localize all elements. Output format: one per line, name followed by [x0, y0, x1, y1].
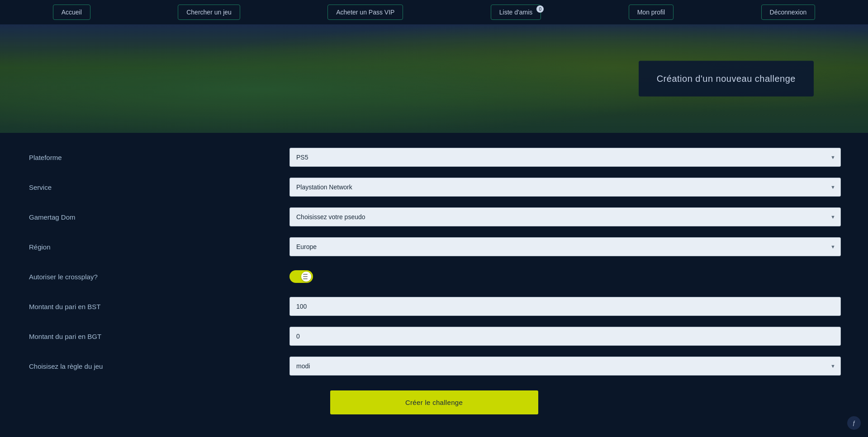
crossplay-toggle-wrapper [289, 270, 841, 283]
pari-bgt-row: Montant du pari en BGT [27, 325, 841, 347]
plateforme-select-wrapper: PS5 PS4 Xbox One Xbox Series X PC Ninten… [289, 148, 841, 167]
submit-row: Créer le challenge [27, 390, 841, 414]
crossplay-label: Autoriser le crossplay? [27, 273, 289, 281]
region-row: Région Europe Amérique du Nord Asie Mond… [27, 236, 841, 258]
toggle-lines [303, 274, 308, 279]
crossplay-toggle[interactable] [289, 270, 313, 283]
region-label: Région [27, 243, 289, 251]
region-select[interactable]: Europe Amérique du Nord Asie Monde [289, 237, 841, 256]
form-area: Plateforme PS5 PS4 Xbox One Xbox Series … [0, 133, 868, 437]
nav-accueil[interactable]: Accueil [53, 5, 90, 20]
gamertag-row: Gamertag Dom Choisissez votre pseudo [27, 206, 841, 228]
service-label: Service [27, 183, 289, 191]
nav-deconnexion[interactable]: Déconnexion [761, 5, 816, 20]
plateforme-label: Plateforme [27, 154, 289, 161]
pari-bst-row: Montant du pari en BST [27, 296, 841, 317]
nav-chercher-jeu[interactable]: Chercher un jeu [178, 5, 240, 20]
crossplay-row: Autoriser le crossplay? [27, 266, 841, 287]
bottom-icon-symbol: ƒ [853, 420, 856, 426]
plateforme-row: Plateforme PS5 PS4 Xbox One Xbox Series … [27, 146, 841, 168]
nav-mon-profil[interactable]: Mon profil [629, 5, 674, 20]
pari-bgt-input[interactable] [289, 327, 841, 346]
gamertag-select-wrapper: Choisissez votre pseudo [289, 207, 841, 226]
regle-jeu-row: Choisisez la règle du jeu modi classique… [27, 355, 841, 377]
service-select-wrapper: Playstation Network Xbox Live Steam Epic… [289, 178, 841, 197]
hero-section: Création d'un nouveau challenge [0, 24, 868, 133]
toggle-line-1 [303, 274, 308, 275]
pari-bst-input[interactable] [289, 297, 841, 316]
region-select-wrapper: Europe Amérique du Nord Asie Monde [289, 237, 841, 256]
nav-liste-amis[interactable]: Liste d'amis [491, 5, 541, 20]
toggle-thumb [301, 272, 311, 282]
service-select[interactable]: Playstation Network Xbox Live Steam Epic… [289, 178, 841, 197]
regle-jeu-label: Choisisez la règle du jeu [27, 362, 289, 370]
notification-badge: 0 [536, 5, 544, 13]
regle-jeu-select[interactable]: modi classique tournoi [289, 357, 841, 376]
hero-title: Création d'un nouveau challenge [657, 74, 796, 84]
hero-title-box: Création d'un nouveau challenge [639, 61, 814, 97]
regle-jeu-select-wrapper: modi classique tournoi [289, 357, 841, 376]
nav-liste-amis-wrapper: Liste d'amis 0 [491, 8, 541, 16]
pari-bgt-label: Montant du pari en BGT [27, 333, 289, 340]
submit-button[interactable]: Créer le challenge [330, 390, 538, 414]
nav-pass-vip[interactable]: Acheter un Pass VIP [327, 5, 403, 20]
toggle-line-3 [303, 278, 308, 279]
pari-bst-label: Montant du pari en BST [27, 303, 289, 310]
toggle-line-2 [303, 276, 308, 277]
bottom-right-icon[interactable]: ƒ [847, 416, 861, 430]
gamertag-label: Gamertag Dom [27, 213, 289, 221]
plateforme-select[interactable]: PS5 PS4 Xbox One Xbox Series X PC Ninten… [289, 148, 841, 167]
main-nav: Accueil Chercher un jeu Acheter un Pass … [0, 0, 868, 24]
service-row: Service Playstation Network Xbox Live St… [27, 176, 841, 198]
gamertag-select[interactable]: Choisissez votre pseudo [289, 207, 841, 226]
